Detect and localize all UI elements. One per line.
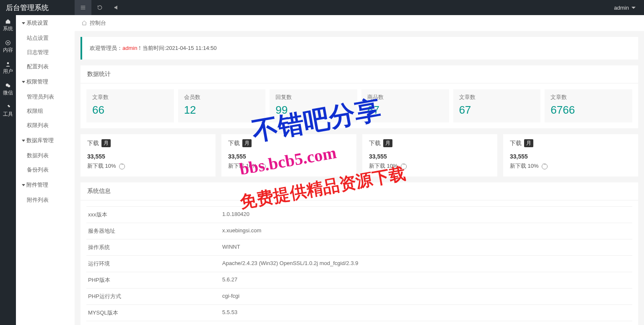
topbar: 后台管理系统 admin — [0, 0, 644, 15]
stat-card: 商品数67 — [361, 89, 449, 122]
breadcrumb-label: 控制台 — [90, 19, 106, 27]
download-card: 下载月33,555新下载 10% — [80, 134, 216, 177]
sysinfo-key: 服务器地址 — [88, 227, 222, 235]
sidebar-item-data-list[interactable]: 数据列表 — [16, 148, 75, 163]
sidebar-item-log[interactable]: 日志管理 — [16, 45, 75, 60]
sysinfo-value: WINNT — [222, 244, 631, 251]
stat-value: 67 — [459, 104, 535, 117]
stat-card: 文章数66 — [86, 89, 174, 122]
sidebar-group-system[interactable]: 系统设置 — [16, 15, 75, 31]
download-badge: 月 — [242, 139, 252, 147]
nav-system[interactable]: 系统 — [0, 15, 16, 36]
download-badge: 月 — [524, 139, 533, 147]
nav-user[interactable]: 用户 — [0, 58, 16, 79]
user-name: admin — [614, 5, 629, 11]
stat-value: 6766 — [551, 104, 626, 117]
sidebar-item-perm-list[interactable]: 权限列表 — [16, 118, 75, 133]
sidebar-item-site[interactable]: 站点设置 — [16, 31, 75, 45]
sysinfo-row: MYSQL版本5.5.53 — [86, 305, 632, 321]
sysinfo-panel: 系统信息 xxx版本1.0.180420服务器地址x.xuebingsi.com… — [80, 182, 638, 325]
sysinfo-value: x.xuebingsi.com — [222, 227, 631, 235]
download-card: 下载月33,555新下载 10% — [221, 134, 356, 177]
sysinfo-value: 5.6.27 — [222, 276, 631, 284]
sysinfo-key: 操作系统 — [88, 244, 222, 251]
main-content: 控制台 欢迎管理员：admin！当前时间:2021-04-15 11:14:50… — [75, 15, 644, 325]
sidebar-item-attach-list[interactable]: 附件列表 — [16, 193, 75, 207]
sysinfo-key: MYSQL版本 — [88, 309, 222, 317]
download-card: 下载月33,555新下载 10% — [503, 134, 638, 177]
nav-rail: 系统 内容 用户 微信 工具 — [0, 15, 16, 325]
sysinfo-row: 服务器地址x.xuebingsi.com — [86, 223, 632, 239]
stat-value: 66 — [92, 104, 168, 117]
sysinfo-row: PHP版本5.6.27 — [86, 272, 632, 289]
breadcrumb: 控制台 — [75, 15, 644, 31]
download-count: 33,555 — [369, 153, 491, 160]
smile-icon — [542, 164, 548, 169]
refresh-button[interactable] — [91, 0, 108, 15]
svg-point-1 — [7, 42, 9, 44]
menu-toggle-button[interactable] — [75, 0, 91, 15]
sysinfo-value: cgi-fcgi — [222, 293, 631, 300]
stat-value: 99 — [275, 104, 351, 117]
download-badge: 月 — [101, 139, 111, 147]
stats-panel: 数据统计 文章数66会员数12回复数99商品数67文章数67文章数6766 — [80, 65, 638, 128]
sysinfo-value: 5.5.53 — [222, 309, 631, 317]
svg-point-2 — [7, 62, 9, 64]
welcome-alert: 欢迎管理员：admin！当前时间:2021-04-15 11:14:50 — [80, 37, 638, 60]
download-title: 下载 — [510, 140, 522, 147]
user-menu[interactable]: admin — [614, 5, 644, 11]
sidebar-item-perm-group[interactable]: 权限组 — [16, 104, 75, 118]
sysinfo-key: 运行环境 — [88, 260, 222, 268]
smile-icon — [401, 164, 407, 169]
stat-card: 回复数99 — [270, 89, 357, 122]
sidebar-item-backup-list[interactable]: 备份列表 — [16, 163, 75, 177]
sidebar: 系统设置 站点设置 日志管理 配置列表 权限管理 管理员列表 权限组 权限列表 … — [16, 15, 75, 325]
stat-card: 文章数67 — [453, 89, 541, 122]
download-count: 33,555 — [87, 153, 209, 160]
stat-label: 会员数 — [184, 94, 260, 101]
announcement-button[interactable] — [108, 0, 125, 15]
download-sub: 新下载 10% — [510, 162, 631, 170]
nav-content[interactable]: 内容 — [0, 36, 16, 58]
sidebar-group-database[interactable]: 数据库管理 — [16, 133, 75, 148]
sidebar-item-admin-list[interactable]: 管理员列表 — [16, 90, 75, 104]
sysinfo-row: xxx版本1.0.180420 — [86, 206, 632, 223]
smile-icon — [119, 164, 125, 169]
chevron-down-icon — [631, 7, 636, 9]
download-badge: 月 — [383, 139, 392, 147]
sysinfo-row: 操作系统WINNT — [86, 239, 632, 256]
download-count: 33,555 — [228, 153, 350, 160]
sidebar-item-config[interactable]: 配置列表 — [16, 60, 75, 74]
sysinfo-key: PHP运行方式 — [88, 293, 222, 300]
stat-card: 文章数6766 — [545, 89, 632, 122]
sysinfo-key: xxx版本 — [88, 211, 222, 218]
stats-title: 数据统计 — [80, 65, 638, 83]
stat-label: 回复数 — [275, 94, 351, 101]
stat-label: 文章数 — [92, 94, 168, 101]
stat-value: 12 — [184, 104, 260, 117]
stat-value: 67 — [367, 104, 443, 117]
welcome-user: admin — [122, 45, 137, 51]
download-title: 下载 — [87, 140, 99, 147]
svg-point-4 — [8, 85, 10, 87]
stat-label: 文章数 — [551, 94, 626, 101]
sysinfo-key: PHP版本 — [88, 276, 222, 284]
download-card: 下载月33,555新下载 10% — [362, 134, 497, 177]
download-title: 下载 — [369, 140, 381, 147]
sysinfo-title: 系统信息 — [80, 182, 638, 200]
download-sub: 新下载 10% — [369, 162, 491, 170]
nav-wechat[interactable]: 微信 — [0, 79, 16, 101]
smile-icon — [260, 164, 266, 169]
sidebar-group-attachment[interactable]: 附件管理 — [16, 177, 75, 193]
app-logo: 后台管理系统 — [0, 3, 75, 13]
home-icon — [81, 20, 87, 26]
stat-label: 商品数 — [367, 94, 443, 101]
sysinfo-row: ThinkPHP5.0.18 — [86, 321, 632, 325]
download-sub: 新下载 10% — [87, 162, 209, 170]
nav-tools[interactable]: 工具 — [0, 101, 16, 122]
download-title: 下载 — [228, 140, 240, 147]
stat-label: 文章数 — [459, 94, 535, 101]
sysinfo-row: PHP运行方式cgi-fcgi — [86, 289, 632, 305]
sysinfo-value: Apache/2.4.23 (Win32) OpenSSL/1.0.2j mod… — [222, 260, 631, 268]
sidebar-group-permission[interactable]: 权限管理 — [16, 74, 75, 90]
